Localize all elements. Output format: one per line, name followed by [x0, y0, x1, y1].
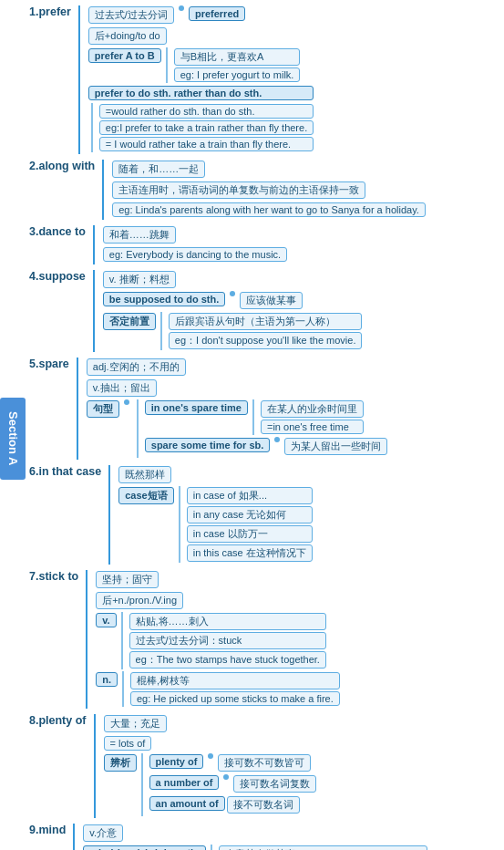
branches-suppose: v. 推断；料想 be supposed to do sth. 应该做某事 否定… — [93, 270, 364, 352]
entry-along-with: 2.along with 随着，和……一起 主语连用时，谓语动词的单复数与前边的… — [29, 160, 499, 220]
branch-spare-adj: adj.空闲的；不用的 — [86, 358, 389, 377]
branch-subject: 主语连用时，谓语动词的单复数与前边的主语保持一致 — [111, 181, 427, 200]
sub-spare-time-sub: 在某人的业余时间里 =in one's free time — [252, 399, 365, 435]
chip-plenty-of-note: 接可数不可数皆可 — [218, 754, 311, 772]
chip-would-rather: =would rather do sth. than do sth. — [99, 104, 314, 119]
key-spare: 5.spare — [29, 358, 69, 370]
branch-dance-meaning: 和着……跳舞 — [102, 225, 288, 244]
entry-plenty-of: 8.plenty of 大量；充足 = lots of 辨析 plenty of — [29, 714, 499, 818]
chip-spare-time-eq: =in one's free time — [261, 420, 364, 434]
entry-mind: 9.mind v.介意 mind (one's) doing sth. 介意某人… — [29, 824, 499, 850]
branches-plenty-of: 大量；充足 = lots of 辨析 plenty of 接可数不可数皆可 — [94, 714, 318, 818]
chip-spare-time: in one's spare time — [145, 400, 248, 415]
chip-spare-some-time: spare some time for sb. — [145, 438, 271, 452]
entry-suppose: 4.suppose v. 推断；料想 be supposed to do sth… — [29, 270, 499, 352]
chip-suishe: 随着，和……一起 — [112, 161, 205, 178]
sub-mind-doing: 介意某人做某事。 eg: I don't mind（watching）docum… — [211, 845, 429, 850]
chip-stick-n-meaning: 棍棒,树枝等 — [130, 672, 340, 689]
branches-in-that-case: 既然那样 case短语 in case of 如果... in any case… — [108, 465, 314, 565]
chip-mind-doing: mind (one's) doing sth. — [83, 845, 206, 850]
chip-jiran: 既然那样 — [118, 466, 171, 483]
chip-past-tense: 过去式/过去分词 — [88, 6, 174, 24]
branch-prefer-rather: prefer to do sth. rather than do sth. =w… — [87, 85, 314, 152]
chip-plenty-bianxi: 辨析 — [104, 754, 137, 772]
branch-case-phrases: case短语 in case of 如果... in any case 无论如何… — [118, 486, 314, 563]
chip-dance-meaning: 和着……跳舞 — [103, 226, 176, 244]
branches-stick-to: 坚持；固守 后+n./pron./V.ing v. 粘贴,将……刺入 过去式/过… — [86, 570, 341, 709]
branches-prefer: 过去式/过去分词 preferred 后+doing/to do prefer … — [78, 5, 314, 154]
entry-in-that-case: 6.in that case 既然那样 case短语 in case of 如果… — [29, 465, 499, 565]
branch-jiran: 既然那样 — [118, 465, 314, 484]
sub-an-amount-of-row: an amount of 接不可数名词 — [149, 795, 318, 814]
branch-plenty-bianxi: 辨析 plenty of 接可数不可数皆可 a number of 接可数名词复… — [103, 753, 318, 816]
entry-spare: 5.spare adj.空闲的；不用的 v.抽出；留出 句型 i — [29, 358, 499, 460]
chip-plenty-eq: = lots of — [104, 736, 152, 751]
sub-a-number-of-row: a number of 接可数名词复数 — [149, 774, 318, 793]
branch-suppose-v: v. 推断；料想 — [102, 270, 364, 289]
sub-prefer-atob: 与B相比，更喜欢A eg: I prefer yogurt to milk. — [166, 47, 302, 83]
chip-eg-train1: eg:I prefer to take a train rather than … — [99, 120, 314, 135]
sub-stick-n: 棍棒,树枝等 eg: He picked up some sticks to m… — [122, 671, 341, 707]
chip-eg-train2: = I would rather take a train than fly t… — [99, 137, 314, 151]
branch-plenty-eq: = lots of — [103, 735, 318, 752]
sub-plenty-bianxi: plenty of 接可数不可数皆可 a number of 接可数名词复数 a… — [141, 753, 318, 816]
branch-mind-v: v.介意 — [82, 824, 428, 843]
entry-prefer: 1.prefer 过去式/过去分词 preferred 后+doing/to d… — [29, 5, 499, 154]
chip-prefer-rather: prefer to do sth. rather than do sth. — [88, 86, 314, 100]
chip-subject: 主语连用时，谓语动词的单复数与前边的主语保持一致 — [112, 181, 365, 199]
chip-eg-dancing: eg: Everybody is dancing to the music. — [103, 247, 287, 262]
chip-a-number-of: a number of — [149, 775, 220, 790]
entry-dance-to: 3.dance to 和着……跳舞 eg: Everybody is danci… — [29, 225, 499, 264]
branch-eg-dancing: eg: Everybody is dancing to the music. — [102, 246, 288, 263]
chip-case-phrases-label: case短语 — [118, 487, 173, 504]
sub-negation: 后跟宾语从句时（主语为第一人称） eg：I don't suppose you'… — [160, 312, 364, 350]
sub-stick-v: 粘贴,将……刺入 过去式/过去分词：stuck eg：The two stamp… — [121, 612, 327, 669]
chip-should-do: 应该做某事 — [240, 292, 303, 309]
chip-in-case: in case 以防万一 — [187, 525, 313, 543]
chip-in-any-case: in any case 无论如何 — [187, 506, 313, 523]
chip-preferred: preferred — [189, 6, 245, 21]
branch-preferred: 过去式/过去分词 preferred — [87, 5, 314, 25]
chip-negation: 否定前置 — [103, 313, 156, 330]
chip-stick-v-past: 过去式/过去分词：stuck — [129, 632, 326, 649]
chip-stick-v-label: v. — [96, 613, 116, 627]
dot-spare-pattern — [124, 399, 129, 405]
chip-plenty-meaning: 大量；充足 — [104, 715, 167, 732]
branches-along-with: 随着，和……一起 主语连用时，谓语动词的单复数与前边的主语保持一致 eg: Li… — [102, 160, 427, 220]
negation-row: 否定前置 后跟宾语从句时（主语为第一人称） eg：I don't suppose… — [102, 312, 364, 350]
prefer-a-to-b-row: prefer A to B 与B相比，更喜欢A eg: I prefer yog… — [87, 47, 302, 83]
branch-eg-linda: eg: Linda's parents along with her want … — [111, 202, 427, 218]
branch-suishe: 随着，和……一起 — [111, 160, 427, 179]
chip-stick-suffix: 后+n./pron./V.ing — [96, 592, 183, 609]
prefer-rather-col: prefer to do sth. rather than do sth. =w… — [87, 85, 314, 152]
chip-negation-explain: 后跟宾语从句时（主语为第一人称） — [169, 313, 363, 330]
branches-dance-to: 和着……跳舞 eg: Everybody is dancing to the m… — [93, 225, 288, 264]
chip-mind-doing-meaning: 介意某人做某事。 — [219, 845, 428, 850]
chip-spare-pattern: 句型 — [87, 400, 119, 418]
chip-spare-sb-meaning: 为某人留出一些时间 — [284, 438, 387, 455]
sub-spare-time: in one's spare time 在某人的业余时间里 =in one's … — [144, 399, 389, 435]
key-dance-to: 3.dance to — [29, 225, 86, 238]
chip-spare-time-meaning: 在某人的业余时间里 — [261, 400, 364, 418]
dot-plenty-of — [208, 753, 213, 759]
dot-a-number-of — [223, 774, 229, 780]
branch-negation: 否定前置 后跟宾语从句时（主语为第一人称） eg：I don't suppose… — [102, 312, 364, 350]
sub-prefer-rather: =would rather do sth. than do sth. eg:I … — [91, 103, 314, 152]
entry-stick-to: 7.stick to 坚持；固守 后+n./pron./V.ing v. 粘贴,… — [29, 570, 499, 709]
chip-an-amount-of-note: 接不可数名词 — [227, 796, 300, 814]
sub-spare-some-time: spare some time for sb. 为某人留出一些时间 — [144, 437, 389, 456]
page-container: Section A 1.prefer 过去式/过去分词 preferred 后+… — [0, 0, 504, 850]
branches-mind: v.介意 mind (one's) doing sth. 介意某人做某事。 eg… — [73, 824, 428, 850]
chip-doing: 后+doing/to do — [88, 27, 167, 45]
chip-stick-persist: 坚持；固守 — [96, 571, 159, 588]
key-mind: 9.mind — [29, 824, 66, 836]
branch-stick-v: v. 粘贴,将……刺入 过去式/过去分词：stuck eg：The two st… — [95, 612, 341, 669]
key-suppose: 4.suppose — [29, 270, 86, 283]
branches-spare: adj.空闲的；不用的 v.抽出；留出 句型 in one's spare ti… — [77, 358, 389, 460]
chip-spare-adj: adj.空闲的；不用的 — [87, 358, 186, 376]
branch-be-supposed: be supposed to do sth. 应该做某事 — [102, 291, 364, 310]
key-stick-to: 7.stick to — [29, 570, 78, 583]
chip-plenty-of-label: plenty of — [149, 754, 204, 769]
chip-eg-sticks: eg: He picked up some sticks to make a f… — [130, 691, 340, 706]
key-in-that-case: 6.in that case — [29, 465, 101, 478]
